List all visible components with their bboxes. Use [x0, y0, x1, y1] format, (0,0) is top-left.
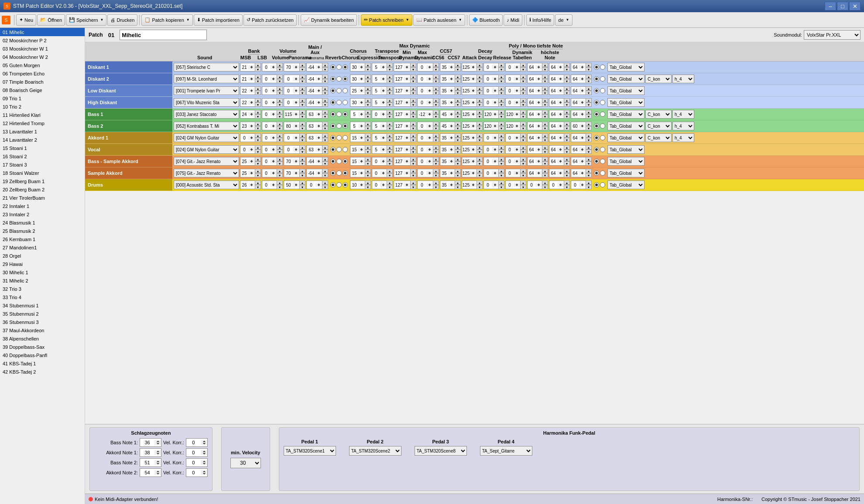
sidebar-item-6[interactable]: 06 Trompeten Echo: [0, 69, 85, 78]
sidebar-item-24[interactable]: 24 Blasmusik 1: [0, 218, 85, 227]
read-button[interactable]: 📖 Patch auslesen ▼: [413, 14, 465, 26]
sound-select-diskant2[interactable]: [097] M-St. Leonhard: [174, 75, 239, 83]
sound-select-bass-sample[interactable]: [074] Git.- Jazz Renato: [174, 157, 239, 166]
tab-select-akkord1[interactable]: Tab_Global: [607, 133, 645, 142]
sound-select-drums[interactable]: [000] Acoustic Std. Sta: [174, 180, 239, 189]
sidebar-item-37[interactable]: 37 Maul-Akkordeon: [0, 326, 85, 334]
sidebar-item-5[interactable]: 05 Guten Morgen: [0, 61, 85, 69]
pedal2-select[interactable]: TA_STM320Scene2: [349, 446, 401, 456]
sidebar-item-18[interactable]: 18 Stoani Walzer: [0, 169, 85, 177]
sidebar-item-13[interactable]: 13 Lavanttaler 1: [0, 127, 85, 136]
sidebar-item-16[interactable]: 16 Stoani 2: [0, 152, 85, 160]
bluetooth-button[interactable]: 🔷 Bluetooth: [469, 14, 503, 26]
tab-select-high-diskant[interactable]: Tab_Global: [607, 98, 645, 107]
tab-select-diskant1[interactable]: Tab_Global: [607, 63, 645, 72]
sound-select-akkord1[interactable]: [024] GM Nylon Guitar: [174, 133, 239, 142]
low-note-select-akkord1[interactable]: C_kon: [645, 133, 672, 142]
low-note-select-bass2[interactable]: C_kon: [645, 122, 672, 130]
write-button[interactable]: ✏ Patch schreiben ▼: [361, 14, 412, 26]
sidebar-item-42[interactable]: 42 KBS-Tadej 2: [0, 368, 85, 376]
patch-name-input[interactable]: [120, 30, 207, 40]
sidebar-item-23[interactable]: 23 Inntaler 2: [0, 210, 85, 218]
sound-select-bass2[interactable]: [052] Kontrabass T. Mi: [174, 122, 239, 130]
tab-select-bass-sample[interactable]: Tab_Global: [607, 157, 645, 166]
tab-select-low-diskant[interactable]: Tab_Global: [607, 86, 645, 95]
sound-select-vocal[interactable]: [024] GM Nylon Guitar: [174, 145, 239, 154]
sidebar-item-14[interactable]: 14 Lavanttaler 2: [0, 136, 85, 144]
sidebar-item-3[interactable]: 03 Mooskirchner W 1: [0, 44, 85, 53]
new-button[interactable]: ✦ Neu: [16, 14, 36, 26]
vel-korr2-input[interactable]: [186, 448, 208, 457]
sidebar-item-8[interactable]: 08 Boarisch Geige: [0, 86, 85, 94]
maximize-button[interactable]: □: [837, 2, 848, 10]
tab-select-bass1[interactable]: Tab_Global: [607, 110, 645, 119]
vel-korr4-input[interactable]: [186, 468, 208, 477]
minimize-button[interactable]: –: [825, 2, 836, 10]
open-button[interactable]: 📂 Öffnen: [37, 14, 65, 26]
soundmodule-select[interactable]: VolxStar Pr.XXL: [804, 30, 861, 40]
pedal4-select[interactable]: TA_Sept_Gitarre: [480, 446, 532, 456]
low-note-select-bass1[interactable]: C_kon: [645, 110, 672, 119]
reset-button[interactable]: ↺ Patch zurücksetzen: [243, 14, 297, 26]
sound-select-bass1[interactable]: [033] Janez Staccato: [174, 110, 239, 119]
sound-select-high-diskant[interactable]: [067] Vito Muzenic Sta: [174, 98, 239, 107]
tab-select-diskant2[interactable]: Tab_Global: [607, 75, 645, 83]
lang-button[interactable]: de ▼: [555, 14, 572, 26]
sidebar-item-15[interactable]: 15 Stoani 1: [0, 144, 85, 152]
sidebar-item-2[interactable]: 02 Mooskirchner P 2: [0, 36, 85, 44]
high-note-select-bass1[interactable]: h_4: [672, 110, 694, 119]
midi-button[interactable]: ♪ Midi: [504, 14, 522, 26]
sidebar-item-28[interactable]: 28 Orgel: [0, 252, 85, 260]
pedal1-select[interactable]: TA_STM320Scene1: [284, 446, 336, 456]
sidebar-item-9[interactable]: 09 Trio 1: [0, 94, 85, 102]
vel-korr1-input[interactable]: [186, 438, 208, 447]
tab-select-vocal[interactable]: Tab_Global: [607, 145, 645, 154]
sidebar-item-25[interactable]: 25 Blasmusik 2: [0, 227, 85, 235]
sidebar-item-26[interactable]: 26 Kernbuam 1: [0, 235, 85, 243]
sidebar-item-27[interactable]: 27 Mandolinen1: [0, 243, 85, 252]
sidebar-item-10[interactable]: 10 Trio 2: [0, 102, 85, 111]
save-button[interactable]: 💾 Speichern ▼: [66, 14, 106, 26]
close-button[interactable]: ✕: [849, 2, 861, 10]
sidebar-item-30[interactable]: 30 Mihelic 1: [0, 268, 85, 276]
sidebar-item-22[interactable]: 22 Inntaler 1: [0, 202, 85, 210]
sidebar-item-1[interactable]: 01 Mihelic: [0, 28, 85, 36]
vel-korr3-input[interactable]: [186, 458, 208, 467]
sidebar-item-41[interactable]: 41 KBS-Tadej 1: [0, 359, 85, 368]
sidebar-item-38[interactable]: 38 Alpenschellen: [0, 334, 85, 343]
sidebar-item-40[interactable]: 40 Doppelbass-Panfl: [0, 351, 85, 359]
sidebar-item-20[interactable]: 20 Zellberg Buam 2: [0, 185, 85, 194]
sidebar-item-12[interactable]: 12 Hirtenlied Tromp: [0, 119, 85, 127]
sidebar-item-21[interactable]: 21 Vier TirolerBuam: [0, 194, 85, 202]
high-note-select-akkord1[interactable]: h_4: [672, 133, 694, 142]
sidebar-item-35[interactable]: 35 Stubenmusi 2: [0, 310, 85, 318]
sidebar-item-7[interactable]: 07 Timple Boarisch: [0, 78, 85, 86]
akkord-note2-input[interactable]: [140, 468, 161, 477]
dynamics-button[interactable]: 📈 Dynamik bearbeiten: [301, 14, 357, 26]
sidebar-item-17[interactable]: 17 Stoani 3: [0, 160, 85, 169]
high-note-select-diskant2[interactable]: h_4: [672, 75, 694, 83]
sidebar-item-33[interactable]: 33 Trio 4: [0, 293, 85, 301]
sidebar-item-19[interactable]: 19 Zellberg Buam 1: [0, 177, 85, 185]
copy-patch-button[interactable]: 📋 Patch kopieren ▼: [141, 14, 192, 26]
sidebar-item-4[interactable]: 04 Mooskirchner W 2: [0, 53, 85, 61]
high-note-select-bass2[interactable]: h_4: [672, 122, 694, 130]
sidebar-item-32[interactable]: 32 Trio 3: [0, 285, 85, 293]
bass-note2-input[interactable]: [140, 458, 161, 467]
sidebar-item-31[interactable]: 31 Mihelic 2: [0, 276, 85, 285]
tab-select-drums[interactable]: Tab_Global: [607, 180, 645, 189]
velocity-input[interactable]: 30: [230, 458, 261, 468]
print-button[interactable]: 🖨 Drucken: [107, 14, 137, 26]
sound-select-low-diskant[interactable]: [001] Trompete Ivan Pr: [174, 86, 239, 95]
help-button[interactable]: ℹ Info/Hilfe: [526, 14, 554, 26]
sidebar-item-36[interactable]: 36 Stubenmusi 3: [0, 318, 85, 326]
sound-select-sample-akkord[interactable]: [075] Git.- Jazz Renato: [174, 169, 239, 177]
bass-note1-input[interactable]: [140, 438, 161, 447]
tab-select-bass2[interactable]: Tab_Global: [607, 122, 645, 130]
akkord-note1-input[interactable]: [140, 448, 161, 457]
import-button[interactable]: ⬇ Patch importieren: [194, 14, 243, 26]
sidebar-item-34[interactable]: 34 Stubenmusi 1: [0, 301, 85, 310]
tab-select-sample-akkord[interactable]: Tab_Global: [607, 169, 645, 177]
sidebar-item-29[interactable]: 29 Hawai: [0, 260, 85, 268]
sidebar-item-11[interactable]: 11 Hirtenlied Klari: [0, 111, 85, 119]
